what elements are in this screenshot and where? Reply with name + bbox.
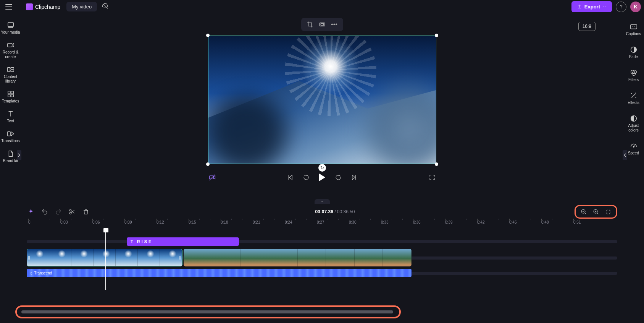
sidebar-item-label: Transitions xyxy=(1,139,20,143)
sidebar-item-content-library[interactable]: Content library xyxy=(0,63,21,88)
audio-waveform xyxy=(27,269,412,277)
scrollbar-annotation xyxy=(15,305,401,318)
brand-kit-icon xyxy=(6,149,15,158)
camera-icon xyxy=(6,41,15,49)
more-options-button[interactable]: ••• xyxy=(331,21,338,28)
sidebar-item-label: Templates xyxy=(2,99,19,103)
svg-rect-16 xyxy=(630,25,637,29)
sidebar-item-filters[interactable]: Filters xyxy=(623,65,644,88)
ruler-tick: 0:33 xyxy=(381,220,388,224)
clip-thumbnail xyxy=(71,249,94,266)
video-clip-selected[interactable]: || || xyxy=(27,249,182,266)
ruler-tick: 0:21 xyxy=(253,220,260,224)
ruler-tick: 0:39 xyxy=(445,220,452,224)
templates-icon xyxy=(6,90,15,98)
play-button[interactable] xyxy=(318,173,326,182)
track-row-bg xyxy=(27,240,617,243)
svg-rect-11 xyxy=(7,132,10,136)
jump-forward-button[interactable] xyxy=(334,173,342,182)
preview-canvas[interactable] xyxy=(208,36,436,164)
fullscreen-button[interactable] xyxy=(428,173,436,182)
ruler-tick: 0:03 xyxy=(60,220,68,224)
sidebar-item-label: Effects xyxy=(628,101,639,105)
sidebar-item-your-media[interactable]: Your media xyxy=(0,19,21,39)
fill-fit-button[interactable] xyxy=(319,21,326,28)
clip-trim-left[interactable]: || xyxy=(27,249,31,266)
svg-line-15 xyxy=(209,175,215,180)
split-button[interactable] xyxy=(68,208,76,216)
sidebar-item-label: Record & create xyxy=(3,50,19,59)
undo-button[interactable] xyxy=(40,208,49,216)
resize-handle-top-left[interactable] xyxy=(206,34,210,37)
ruler-tick: 0:15 xyxy=(189,220,196,224)
account-avatar[interactable]: K xyxy=(630,2,641,12)
sidebar-item-transitions[interactable]: Transitions xyxy=(0,127,21,147)
sidebar-item-fade[interactable]: Fade xyxy=(623,42,644,65)
svg-rect-1 xyxy=(8,23,13,27)
clip-thumbnail xyxy=(269,249,298,266)
left-sidebar: Your media Record & create Content libra… xyxy=(0,13,21,203)
menu-button[interactable] xyxy=(3,1,15,13)
remove-effects-button[interactable] xyxy=(208,173,216,182)
speed-icon xyxy=(629,142,638,150)
sidebar-item-record-create[interactable]: Record & create xyxy=(0,39,21,63)
resize-handle-bottom-left[interactable] xyxy=(206,162,210,166)
clip-trim-right[interactable]: || xyxy=(178,249,182,266)
zoom-out-button[interactable] xyxy=(579,208,588,216)
skip-end-button[interactable] xyxy=(350,173,358,182)
media-icon xyxy=(6,21,15,29)
clip-thumbnail xyxy=(355,249,383,266)
zoom-in-button[interactable] xyxy=(592,208,600,216)
playhead[interactable] xyxy=(105,229,106,290)
svg-rect-12 xyxy=(320,23,325,26)
audio-clip[interactable]: ♫ Transcend xyxy=(27,269,412,277)
redo-button[interactable] xyxy=(54,208,63,216)
svg-rect-9 xyxy=(8,94,10,97)
clip-thumbnail xyxy=(240,249,269,266)
resize-handle-bottom-right[interactable] xyxy=(435,162,438,166)
video-clip[interactable] xyxy=(184,249,412,266)
delete-button[interactable] xyxy=(82,208,90,216)
preview-content xyxy=(296,36,365,101)
play-icon xyxy=(319,174,325,181)
timeline: 00:07.36 / 00:36.50 00:030:060:090:120:1… xyxy=(0,203,644,323)
zoom-fit-button[interactable] xyxy=(604,208,612,216)
content-library-icon xyxy=(6,65,15,74)
sidebar-item-label: Fade xyxy=(629,55,638,59)
skip-start-button[interactable] xyxy=(286,173,294,182)
crop-button[interactable] xyxy=(307,21,313,28)
expand-right-panel-button[interactable] xyxy=(623,150,627,160)
timeline-collapse-button[interactable] xyxy=(315,199,330,204)
jump-back-button[interactable] xyxy=(302,173,310,182)
aspect-ratio-button[interactable]: 16:9 xyxy=(578,22,596,31)
time-separator: / xyxy=(333,209,337,214)
clip-thumbnail xyxy=(116,249,138,266)
timeline-ruler[interactable]: 00:030:060:090:120:150:180:210:240:270:3… xyxy=(27,219,617,229)
sidebar-item-label: Text xyxy=(7,119,14,123)
rotate-handle[interactable]: ↻ xyxy=(318,164,326,172)
timecode: 00:07.36 / 00:36.50 xyxy=(95,209,575,214)
resize-handle-top-right[interactable] xyxy=(435,34,438,37)
music-note-icon: ♫ xyxy=(30,271,33,275)
help-button[interactable]: ? xyxy=(616,2,626,12)
ruler-tick: 0:48 xyxy=(541,220,549,224)
svg-rect-10 xyxy=(11,94,13,97)
sidebar-item-effects[interactable]: Effects xyxy=(623,88,644,111)
export-button[interactable]: Export xyxy=(571,1,612,12)
sidebar-item-templates[interactable]: Templates xyxy=(0,88,21,107)
effects-icon xyxy=(629,91,638,100)
preview-toolbar: ••• xyxy=(301,18,343,31)
cloud-sync-off-icon[interactable] xyxy=(102,2,109,11)
sidebar-item-adjust-colors[interactable]: Adjust colors xyxy=(623,111,644,139)
ruler-tick: 0:30 xyxy=(349,220,356,224)
sidebar-item-text[interactable]: Text xyxy=(0,107,21,127)
project-name-input[interactable]: My video xyxy=(66,2,97,11)
transitions-icon xyxy=(6,130,15,138)
text-icon xyxy=(6,110,15,118)
preview-area: ••• 16:9 ↻ xyxy=(21,13,623,203)
sidebar-item-captions[interactable]: Captions xyxy=(623,19,644,42)
playback-controls xyxy=(208,173,436,182)
svg-rect-6 xyxy=(11,70,14,72)
ai-tools-button[interactable] xyxy=(27,208,35,216)
text-clip[interactable]: T RISE xyxy=(127,237,239,246)
